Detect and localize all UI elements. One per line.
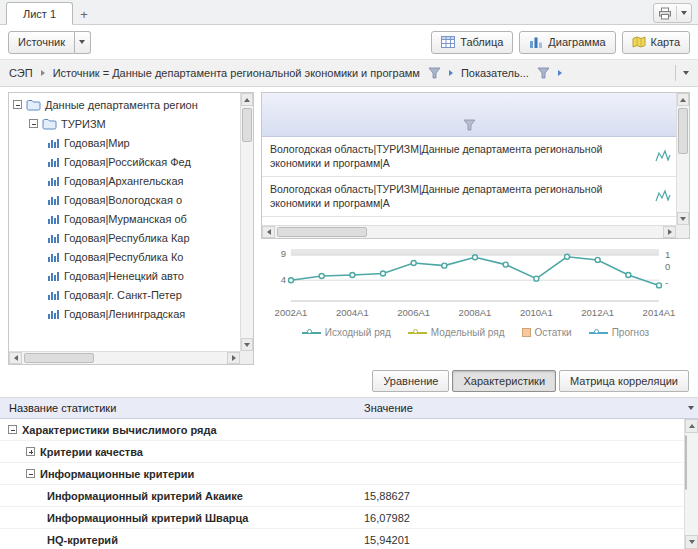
tree-item[interactable]: Годовая|Российская Фед — [9, 152, 240, 171]
sheet-options-control[interactable] — [653, 3, 692, 23]
triangle-down-icon — [244, 343, 250, 347]
source-filter-chip[interactable]: Источник = Данные департамента региональ… — [53, 67, 420, 79]
scrollbar-track[interactable] — [677, 106, 689, 212]
collapse-icon[interactable] — [8, 425, 17, 434]
table-view-button[interactable]: Таблица — [431, 31, 513, 54]
line-circle-marker-icon — [589, 328, 608, 338]
series-vertical-scrollbar[interactable] — [676, 93, 689, 225]
source-dropdown-button[interactable] — [75, 31, 91, 54]
tree-vertical-scrollbar[interactable] — [240, 93, 253, 351]
table-row[interactable]: Информационные критерии — [0, 463, 684, 485]
new-sheet-button[interactable]: + — [73, 4, 95, 24]
map-view-label: Карта — [651, 36, 680, 48]
map-view-button[interactable]: Карта — [622, 31, 690, 54]
legend-item[interactable]: Прогноз — [589, 327, 650, 338]
tree-node-root[interactable]: Данные департамента регион — [9, 95, 240, 114]
table-row[interactable]: Информационный критерий Шварца 16,07982 — [0, 507, 684, 529]
tree-item[interactable]: Годовая|Вологодская о — [9, 190, 240, 209]
source-button[interactable]: Источник — [8, 31, 75, 54]
arrow-right-icon[interactable] — [558, 70, 562, 76]
triangle-up-icon — [244, 98, 250, 102]
scrollbar-thumb[interactable] — [277, 227, 367, 237]
header-dropdown-icon[interactable] — [688, 406, 694, 410]
chevron-down-icon[interactable] — [681, 11, 687, 15]
scroll-up-button[interactable] — [685, 419, 698, 433]
scrollbar-track[interactable] — [685, 433, 698, 535]
legend-label: Исходный ряд — [325, 327, 391, 338]
scrollbar-track[interactable] — [22, 352, 227, 364]
table-row[interactable]: Характеристики вычислимого ряда — [0, 419, 684, 441]
legend-item[interactable]: Исходный ряд — [302, 327, 391, 338]
scrollbar-thumb[interactable] — [678, 108, 688, 154]
line-circle-marker-icon — [302, 328, 321, 338]
filter-breadcrumb-bar: СЭП Источник = Данные департамента регио… — [0, 59, 698, 87]
collapse-icon[interactable] — [26, 469, 35, 478]
scrollbar-track[interactable] — [241, 106, 253, 338]
scroll-down-button[interactable] — [677, 212, 689, 225]
tab-characteristics[interactable]: Характеристики — [452, 370, 556, 392]
expand-icon[interactable] — [26, 447, 35, 456]
scrollbar-thumb[interactable] — [242, 108, 252, 142]
filter-funnel-icon[interactable] — [537, 67, 550, 79]
legend-item[interactable]: Модельный ряд — [408, 327, 505, 338]
chevron-down-icon[interactable] — [683, 71, 689, 75]
table-row[interactable]: HQ-критерий 15,94201 — [0, 529, 684, 549]
series-horizontal-scrollbar[interactable] — [262, 225, 676, 238]
scrollbar-corner — [240, 351, 253, 364]
scroll-right-button[interactable] — [663, 226, 676, 238]
tree-item[interactable]: Годовая|Мурманская об — [9, 209, 240, 228]
collapse-icon[interactable] — [13, 100, 22, 109]
tree-item[interactable]: Годовая|Мир — [9, 133, 240, 152]
stat-value: 16,07982 — [356, 512, 684, 524]
column-header-name[interactable]: Название статистики — [0, 402, 356, 414]
tree-horizontal-scrollbar[interactable] — [9, 351, 240, 364]
statistics-vertical-scrollbar[interactable] — [684, 419, 698, 549]
table-row[interactable]: Критерии качества — [0, 441, 684, 463]
sheet-tab-bar: Лист 1 + — [0, 0, 698, 25]
tree-item-label: Годовая|Мир — [64, 137, 130, 149]
series-row[interactable]: Вологодская область|ТУРИЗМ|Данные департ… — [262, 137, 676, 177]
tab-characteristics-label: Характеристики — [463, 375, 545, 387]
tree-item[interactable]: Годовая|Ленинградская — [9, 304, 240, 323]
breadcrumb-options — [675, 65, 689, 81]
filter-funnel-icon[interactable] — [463, 119, 476, 131]
breadcrumb-root[interactable]: СЭП — [9, 67, 33, 79]
tab-sheet-1[interactable]: Лист 1 — [6, 2, 73, 25]
divider — [675, 65, 676, 81]
svg-text:2002A1: 2002A1 — [275, 307, 308, 318]
filter-funnel-icon[interactable] — [428, 67, 441, 79]
series-bars-icon — [47, 289, 60, 301]
scroll-up-button[interactable] — [677, 93, 689, 106]
tree-item[interactable]: Годовая|Архангельская — [9, 171, 240, 190]
table-row[interactable]: Информационный критерий Акаике 15,88627 — [0, 485, 684, 507]
tree-item[interactable]: Годовая|Республика Ко — [9, 247, 240, 266]
map-icon — [632, 36, 646, 48]
indicator-filter-chip[interactable]: Показатель... — [461, 67, 529, 79]
tab-correlation-matrix[interactable]: Матрица корреляции — [559, 370, 689, 392]
tab-equation[interactable]: Уравнение — [372, 370, 449, 392]
scrollbar-track[interactable] — [275, 226, 663, 238]
tab-correlation-matrix-label: Матрица корреляции — [570, 375, 678, 387]
scroll-up-button[interactable] — [241, 93, 253, 106]
column-header-value[interactable]: Значение — [356, 402, 688, 414]
scroll-down-button[interactable] — [685, 535, 698, 549]
chart-view-button[interactable]: Диаграмма — [519, 31, 615, 54]
tree-item[interactable]: Годовая|Республика Кар — [9, 228, 240, 247]
scroll-left-button[interactable] — [9, 352, 22, 364]
scrollbar-thumb[interactable] — [24, 353, 94, 363]
series-bars-icon — [47, 175, 60, 187]
scroll-down-button[interactable] — [241, 338, 253, 351]
scroll-right-button[interactable] — [227, 352, 240, 364]
scrollbar-thumb[interactable] — [685, 435, 687, 490]
arrow-right-icon[interactable] — [449, 70, 453, 76]
tree-item[interactable]: Годовая|Ненецкий авто — [9, 266, 240, 285]
print-icon[interactable] — [658, 7, 672, 20]
collapse-icon[interactable] — [29, 119, 38, 128]
tree-item[interactable]: Годовая|г. Санкт-Петер — [9, 285, 240, 304]
scroll-left-button[interactable] — [262, 226, 275, 238]
series-row[interactable]: Вологодская область|ТУРИЗМ|Данные департ… — [262, 177, 676, 217]
svg-text:0: 0 — [665, 261, 670, 272]
legend-item[interactable]: Остатки — [522, 327, 572, 338]
main-area: Данные департамента регион ТУРИЗМ Годова… — [0, 87, 698, 365]
tree-node-tourism[interactable]: ТУРИЗМ — [9, 114, 240, 133]
